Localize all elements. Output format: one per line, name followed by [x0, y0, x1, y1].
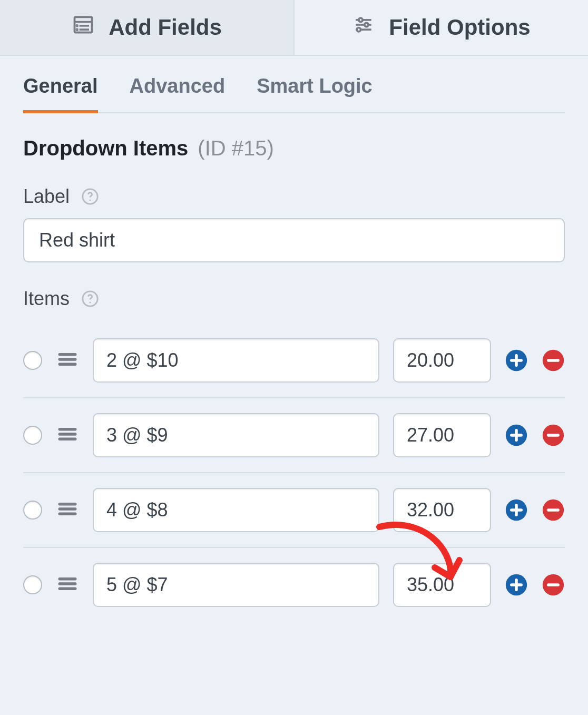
section-id-text: (ID #15) — [198, 136, 274, 160]
label-input[interactable] — [23, 218, 565, 262]
sliders-icon — [352, 13, 375, 42]
item-default-radio[interactable] — [23, 501, 42, 520]
remove-item-button[interactable] — [542, 573, 565, 596]
item-default-radio[interactable] — [23, 575, 42, 594]
item-row — [23, 324, 565, 398]
svg-point-15 — [90, 302, 91, 303]
item-default-radio[interactable] — [23, 351, 42, 370]
grip-icon[interactable] — [56, 423, 79, 448]
tab-field-options-label: Field Options — [389, 15, 530, 40]
sub-tab-general[interactable]: General — [23, 56, 98, 113]
item-price-input[interactable] — [393, 413, 491, 457]
label-field-block: Label — [0, 185, 588, 262]
help-icon[interactable] — [81, 290, 99, 308]
add-item-button[interactable] — [505, 424, 528, 447]
items-field-label: Items — [23, 288, 70, 310]
section-title-text: Dropdown Items — [23, 136, 188, 160]
sub-tab-advanced[interactable]: Advanced — [130, 56, 226, 113]
item-label-input[interactable] — [93, 338, 379, 383]
remove-item-button[interactable] — [542, 424, 565, 447]
item-default-radio[interactable] — [23, 426, 42, 445]
items-block: Items — [0, 288, 588, 643]
tab-add-fields[interactable]: Add Fields — [0, 0, 293, 55]
svg-point-7 — [359, 18, 362, 22]
item-label-input[interactable] — [93, 413, 379, 457]
grip-icon[interactable] — [56, 572, 79, 598]
item-price-input[interactable] — [393, 338, 491, 383]
item-price-input[interactable] — [393, 563, 491, 607]
help-icon[interactable] — [81, 188, 99, 205]
add-item-button[interactable] — [505, 349, 528, 372]
svg-point-5 — [76, 29, 77, 30]
add-item-button[interactable] — [505, 573, 528, 596]
item-row — [23, 473, 565, 548]
list-icon — [72, 13, 95, 42]
item-label-input[interactable] — [93, 488, 379, 532]
grip-icon[interactable] — [56, 497, 79, 523]
svg-point-11 — [357, 28, 360, 32]
svg-point-13 — [90, 200, 91, 201]
section-title: Dropdown Items (ID #15) — [23, 136, 565, 160]
svg-point-4 — [76, 25, 77, 26]
item-label-input[interactable] — [93, 563, 379, 607]
top-tabs: Add Fields Field Options — [0, 0, 588, 56]
sub-tabs: General Advanced Smart Logic — [23, 56, 565, 113]
grip-icon[interactable] — [56, 348, 79, 373]
sub-tab-smart-logic[interactable]: Smart Logic — [257, 56, 373, 113]
tab-field-options[interactable]: Field Options — [295, 0, 588, 55]
remove-item-button[interactable] — [542, 349, 565, 372]
tab-add-fields-label: Add Fields — [109, 15, 222, 40]
svg-point-9 — [365, 23, 368, 26]
add-item-button[interactable] — [505, 498, 528, 522]
label-field-label: Label — [23, 185, 70, 208]
remove-item-button[interactable] — [542, 498, 565, 522]
item-row — [23, 398, 565, 473]
item-price-input[interactable] — [393, 488, 491, 532]
item-row — [23, 548, 565, 622]
